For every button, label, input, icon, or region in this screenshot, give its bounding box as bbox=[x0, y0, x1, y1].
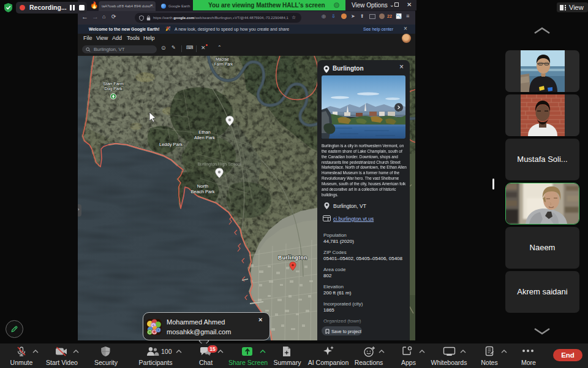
svg-text:Farm Park: Farm Park bbox=[214, 62, 233, 66]
svg-text:Allen Park: Allen Park bbox=[194, 135, 215, 140]
svg-text:Leddy Park: Leddy Park bbox=[159, 142, 183, 147]
svg-text:Starr Farm: Starr Farm bbox=[103, 82, 124, 86]
svg-text:Burlington High School: Burlington High School bbox=[197, 162, 241, 167]
svg-text:Beach Park: Beach Park bbox=[191, 189, 215, 194]
svg-text:Burlington: Burlington bbox=[278, 255, 307, 261]
svg-text:Macrae: Macrae bbox=[216, 57, 229, 61]
svg-text:North: North bbox=[197, 183, 208, 189]
svg-text:Dog Park: Dog Park bbox=[104, 86, 123, 91]
svg-text:Ethan: Ethan bbox=[198, 129, 211, 135]
